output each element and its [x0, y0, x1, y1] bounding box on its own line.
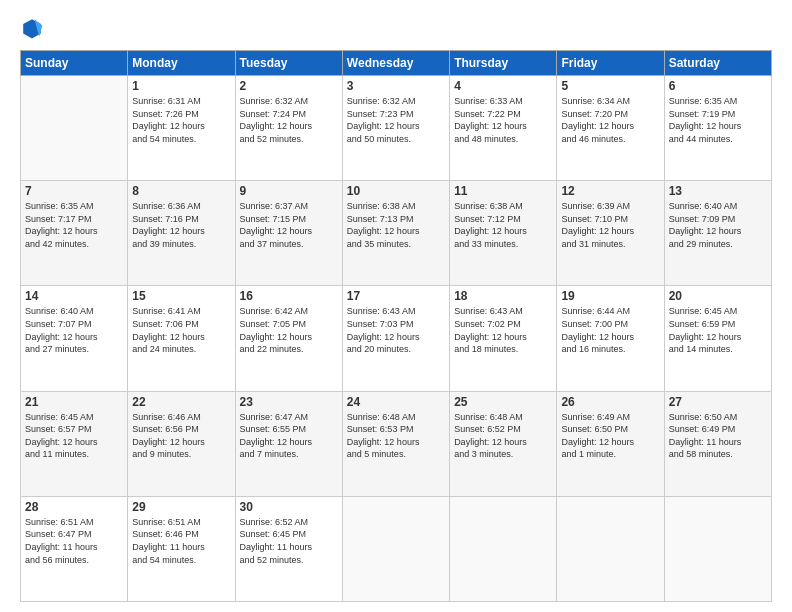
weekday-header-saturday: Saturday [664, 51, 771, 76]
calendar-cell: 4Sunrise: 6:33 AM Sunset: 7:22 PM Daylig… [450, 76, 557, 181]
day-number: 12 [561, 184, 659, 198]
day-number: 11 [454, 184, 552, 198]
calendar-cell: 14Sunrise: 6:40 AM Sunset: 7:07 PM Dayli… [21, 286, 128, 391]
calendar-cell: 21Sunrise: 6:45 AM Sunset: 6:57 PM Dayli… [21, 391, 128, 496]
day-number: 24 [347, 395, 445, 409]
day-number: 5 [561, 79, 659, 93]
day-info: Sunrise: 6:33 AM Sunset: 7:22 PM Dayligh… [454, 95, 552, 145]
day-info: Sunrise: 6:40 AM Sunset: 7:07 PM Dayligh… [25, 305, 123, 355]
day-number: 6 [669, 79, 767, 93]
day-number: 13 [669, 184, 767, 198]
calendar-cell: 17Sunrise: 6:43 AM Sunset: 7:03 PM Dayli… [342, 286, 449, 391]
day-number: 7 [25, 184, 123, 198]
day-number: 18 [454, 289, 552, 303]
calendar-cell: 1Sunrise: 6:31 AM Sunset: 7:26 PM Daylig… [128, 76, 235, 181]
day-number: 28 [25, 500, 123, 514]
calendar-cell: 10Sunrise: 6:38 AM Sunset: 7:13 PM Dayli… [342, 181, 449, 286]
calendar-cell: 23Sunrise: 6:47 AM Sunset: 6:55 PM Dayli… [235, 391, 342, 496]
day-info: Sunrise: 6:44 AM Sunset: 7:00 PM Dayligh… [561, 305, 659, 355]
day-info: Sunrise: 6:48 AM Sunset: 6:52 PM Dayligh… [454, 411, 552, 461]
day-number: 23 [240, 395, 338, 409]
calendar-table: SundayMondayTuesdayWednesdayThursdayFrid… [20, 50, 772, 602]
day-number: 20 [669, 289, 767, 303]
weekday-header-monday: Monday [128, 51, 235, 76]
day-info: Sunrise: 6:37 AM Sunset: 7:15 PM Dayligh… [240, 200, 338, 250]
day-info: Sunrise: 6:47 AM Sunset: 6:55 PM Dayligh… [240, 411, 338, 461]
calendar-cell: 19Sunrise: 6:44 AM Sunset: 7:00 PM Dayli… [557, 286, 664, 391]
day-info: Sunrise: 6:36 AM Sunset: 7:16 PM Dayligh… [132, 200, 230, 250]
calendar-cell [557, 496, 664, 601]
weekday-header-tuesday: Tuesday [235, 51, 342, 76]
header [20, 16, 772, 40]
day-number: 8 [132, 184, 230, 198]
day-info: Sunrise: 6:39 AM Sunset: 7:10 PM Dayligh… [561, 200, 659, 250]
calendar-cell: 26Sunrise: 6:49 AM Sunset: 6:50 PM Dayli… [557, 391, 664, 496]
day-info: Sunrise: 6:52 AM Sunset: 6:45 PM Dayligh… [240, 516, 338, 566]
calendar-cell: 5Sunrise: 6:34 AM Sunset: 7:20 PM Daylig… [557, 76, 664, 181]
day-info: Sunrise: 6:50 AM Sunset: 6:49 PM Dayligh… [669, 411, 767, 461]
day-info: Sunrise: 6:51 AM Sunset: 6:46 PM Dayligh… [132, 516, 230, 566]
calendar-cell: 3Sunrise: 6:32 AM Sunset: 7:23 PM Daylig… [342, 76, 449, 181]
day-number: 27 [669, 395, 767, 409]
calendar-cell: 2Sunrise: 6:32 AM Sunset: 7:24 PM Daylig… [235, 76, 342, 181]
day-info: Sunrise: 6:32 AM Sunset: 7:24 PM Dayligh… [240, 95, 338, 145]
calendar-cell: 24Sunrise: 6:48 AM Sunset: 6:53 PM Dayli… [342, 391, 449, 496]
day-info: Sunrise: 6:49 AM Sunset: 6:50 PM Dayligh… [561, 411, 659, 461]
day-number: 26 [561, 395, 659, 409]
day-info: Sunrise: 6:35 AM Sunset: 7:17 PM Dayligh… [25, 200, 123, 250]
day-info: Sunrise: 6:45 AM Sunset: 6:57 PM Dayligh… [25, 411, 123, 461]
calendar-cell [450, 496, 557, 601]
day-info: Sunrise: 6:34 AM Sunset: 7:20 PM Dayligh… [561, 95, 659, 145]
day-number: 22 [132, 395, 230, 409]
calendar-cell [21, 76, 128, 181]
day-number: 3 [347, 79, 445, 93]
day-number: 2 [240, 79, 338, 93]
day-info: Sunrise: 6:46 AM Sunset: 6:56 PM Dayligh… [132, 411, 230, 461]
day-info: Sunrise: 6:43 AM Sunset: 7:03 PM Dayligh… [347, 305, 445, 355]
calendar-cell: 15Sunrise: 6:41 AM Sunset: 7:06 PM Dayli… [128, 286, 235, 391]
calendar-cell: 25Sunrise: 6:48 AM Sunset: 6:52 PM Dayli… [450, 391, 557, 496]
calendar-cell: 18Sunrise: 6:43 AM Sunset: 7:02 PM Dayli… [450, 286, 557, 391]
day-number: 21 [25, 395, 123, 409]
calendar-cell: 13Sunrise: 6:40 AM Sunset: 7:09 PM Dayli… [664, 181, 771, 286]
calendar-cell: 22Sunrise: 6:46 AM Sunset: 6:56 PM Dayli… [128, 391, 235, 496]
day-number: 4 [454, 79, 552, 93]
day-number: 14 [25, 289, 123, 303]
weekday-header-thursday: Thursday [450, 51, 557, 76]
day-number: 19 [561, 289, 659, 303]
day-info: Sunrise: 6:41 AM Sunset: 7:06 PM Dayligh… [132, 305, 230, 355]
calendar-cell: 9Sunrise: 6:37 AM Sunset: 7:15 PM Daylig… [235, 181, 342, 286]
day-info: Sunrise: 6:38 AM Sunset: 7:12 PM Dayligh… [454, 200, 552, 250]
calendar-cell: 29Sunrise: 6:51 AM Sunset: 6:46 PM Dayli… [128, 496, 235, 601]
calendar-cell [664, 496, 771, 601]
calendar-cell: 8Sunrise: 6:36 AM Sunset: 7:16 PM Daylig… [128, 181, 235, 286]
day-info: Sunrise: 6:43 AM Sunset: 7:02 PM Dayligh… [454, 305, 552, 355]
day-number: 15 [132, 289, 230, 303]
day-number: 30 [240, 500, 338, 514]
calendar-cell: 11Sunrise: 6:38 AM Sunset: 7:12 PM Dayli… [450, 181, 557, 286]
day-info: Sunrise: 6:45 AM Sunset: 6:59 PM Dayligh… [669, 305, 767, 355]
calendar-cell: 16Sunrise: 6:42 AM Sunset: 7:05 PM Dayli… [235, 286, 342, 391]
calendar-cell: 12Sunrise: 6:39 AM Sunset: 7:10 PM Dayli… [557, 181, 664, 286]
calendar-cell: 6Sunrise: 6:35 AM Sunset: 7:19 PM Daylig… [664, 76, 771, 181]
day-info: Sunrise: 6:35 AM Sunset: 7:19 PM Dayligh… [669, 95, 767, 145]
day-number: 25 [454, 395, 552, 409]
calendar-cell: 28Sunrise: 6:51 AM Sunset: 6:47 PM Dayli… [21, 496, 128, 601]
weekday-header-wednesday: Wednesday [342, 51, 449, 76]
day-info: Sunrise: 6:31 AM Sunset: 7:26 PM Dayligh… [132, 95, 230, 145]
day-info: Sunrise: 6:40 AM Sunset: 7:09 PM Dayligh… [669, 200, 767, 250]
day-number: 10 [347, 184, 445, 198]
day-info: Sunrise: 6:38 AM Sunset: 7:13 PM Dayligh… [347, 200, 445, 250]
day-number: 9 [240, 184, 338, 198]
day-number: 1 [132, 79, 230, 93]
day-number: 16 [240, 289, 338, 303]
calendar-cell: 20Sunrise: 6:45 AM Sunset: 6:59 PM Dayli… [664, 286, 771, 391]
day-number: 17 [347, 289, 445, 303]
day-info: Sunrise: 6:42 AM Sunset: 7:05 PM Dayligh… [240, 305, 338, 355]
day-info: Sunrise: 6:48 AM Sunset: 6:53 PM Dayligh… [347, 411, 445, 461]
weekday-header-friday: Friday [557, 51, 664, 76]
calendar-cell: 7Sunrise: 6:35 AM Sunset: 7:17 PM Daylig… [21, 181, 128, 286]
page: SundayMondayTuesdayWednesdayThursdayFrid… [0, 0, 792, 612]
day-info: Sunrise: 6:51 AM Sunset: 6:47 PM Dayligh… [25, 516, 123, 566]
logo-icon [20, 16, 44, 40]
